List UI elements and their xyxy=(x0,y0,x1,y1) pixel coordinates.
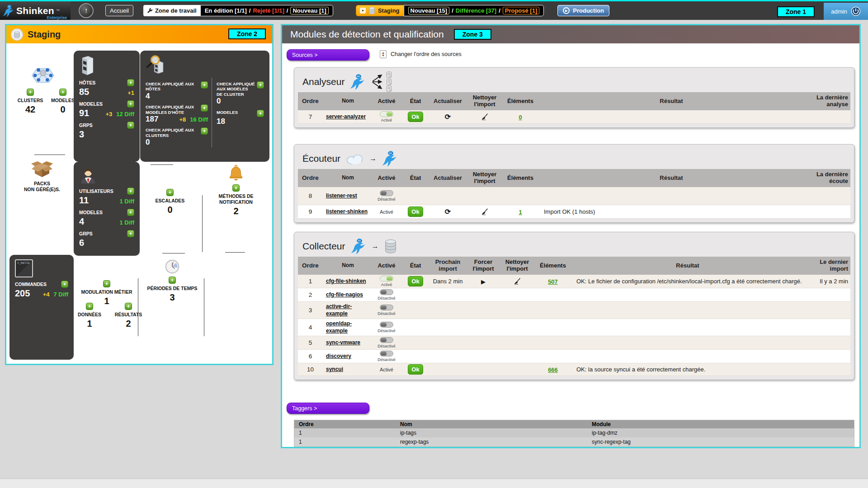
enabled-toggle[interactable] xyxy=(380,111,393,117)
escalades-value: 0 xyxy=(167,205,172,215)
add-escalade-button[interactable]: + xyxy=(166,189,174,196)
toggle-label: Désactivé xyxy=(377,197,396,202)
row-ordre: 3 xyxy=(298,307,323,314)
add-check-button[interactable]: + xyxy=(201,81,208,89)
add-check-button[interactable]: + xyxy=(257,81,264,89)
elements-link[interactable]: 507 xyxy=(548,278,558,285)
col-last: Le dernier import xyxy=(805,257,850,275)
add-cluster-button[interactable]: + xyxy=(27,89,34,96)
workzone-status[interactable]: En édition [1/1] / Rejeté [1/1] / Nouvea… xyxy=(200,5,333,16)
source-link[interactable]: cfg-file-shinken xyxy=(326,278,366,284)
add-resultats-button[interactable]: + xyxy=(125,303,132,310)
home-button[interactable]: Accueil xyxy=(105,5,133,16)
force-import-icon[interactable]: ▶ xyxy=(481,278,486,285)
toggle-label: Activé xyxy=(381,118,392,122)
staging-label: Staging xyxy=(378,7,400,14)
enabled-toggle[interactable] xyxy=(380,276,393,282)
col-etat: État xyxy=(402,169,429,187)
add-check-model-button[interactable]: + xyxy=(257,110,264,117)
add-host-group-button[interactable]: + xyxy=(127,122,134,129)
add-notification-method-button[interactable]: + xyxy=(232,184,240,192)
source-link[interactable]: server-analyzer xyxy=(326,113,366,120)
users-value: 11 xyxy=(79,195,89,206)
reorder-label: Changer l'ordre des sources xyxy=(391,51,462,57)
staging-panel-title: Staging xyxy=(28,29,61,40)
workzone-group: Zone de travail En édition [1/1] / Rejet… xyxy=(143,5,333,16)
add-host-model-button[interactable]: + xyxy=(127,100,134,108)
staging-status[interactable]: Nouveau [15] / Différence [37] / Proposé… xyxy=(404,5,544,16)
add-user-button[interactable]: + xyxy=(127,188,134,195)
source-link[interactable]: syncui xyxy=(326,366,343,372)
shinken-logo[interactable]: Shinken ™ Enterprise xyxy=(0,1,71,20)
ninja-icon xyxy=(350,73,365,90)
source-link[interactable]: active-dir-example xyxy=(326,303,352,317)
staging-dropdown[interactable]: ▼ Staging xyxy=(356,5,404,16)
source-link[interactable]: listener-shinken xyxy=(326,208,368,215)
status-badge: Ok xyxy=(408,276,423,286)
enabled-toggle[interactable] xyxy=(380,289,393,295)
sources-button[interactable]: Sources > xyxy=(287,49,369,61)
source-link[interactable]: sync-vmware xyxy=(326,339,360,346)
add-command-button[interactable]: + xyxy=(61,281,68,288)
refresh-icon[interactable]: ⟳ xyxy=(445,113,451,121)
donnees-label: DONNÉES xyxy=(78,312,101,318)
enabled-toggle[interactable] xyxy=(380,190,393,196)
workzone-button[interactable]: Zone de travail xyxy=(143,5,200,16)
server-icon xyxy=(79,55,95,76)
row-ordre: 6 xyxy=(298,353,323,360)
add-check-button[interactable]: + xyxy=(201,104,208,112)
commands-tile: >_hello COMMANDES + 205 +4 7 Diff xyxy=(9,255,74,360)
power-button[interactable] xyxy=(851,6,861,16)
clean-import-icon[interactable] xyxy=(481,113,489,121)
add-host-button[interactable]: + xyxy=(127,79,134,86)
add-user-model-button[interactable]: + xyxy=(127,209,134,216)
elements-link[interactable]: 1 xyxy=(519,209,522,216)
row-ordre: 1 xyxy=(298,278,323,285)
production-button[interactable]: ▶ Production xyxy=(557,5,609,16)
hosts-delta: +1 xyxy=(127,89,134,97)
row-nom: regexp-tags xyxy=(400,439,592,445)
packs-label: PACKS xyxy=(34,181,50,187)
taggers-button[interactable]: Taggers > xyxy=(287,403,369,414)
donnees-value: 1 xyxy=(87,319,92,329)
row-ordre: 4 xyxy=(298,324,323,331)
clean-import-icon[interactable] xyxy=(481,208,489,216)
bell-icon xyxy=(228,164,244,182)
separator: / xyxy=(499,7,500,14)
add-modulation-button[interactable]: + xyxy=(103,280,110,287)
host-models-label: MODELES xyxy=(79,101,103,107)
add-donnees-button[interactable]: + xyxy=(86,303,93,310)
source-link[interactable]: listener-rest xyxy=(326,192,357,199)
source-link[interactable]: discovery xyxy=(326,353,351,359)
row-ordre: 9 xyxy=(298,208,323,215)
row-ordre: 1 xyxy=(294,439,400,445)
source-link[interactable]: cfg-file-nagios xyxy=(326,291,363,298)
notif-value: 2 xyxy=(233,206,238,216)
add-user-group-button[interactable]: + xyxy=(127,230,134,237)
users-tile: UTILISATEURS + 11 1 Diff MODELES + 4 1 D… xyxy=(74,162,140,256)
table-row: 5 sync-vmware Désactivé xyxy=(298,336,850,350)
add-check-button[interactable]: + xyxy=(201,127,208,135)
elements-link[interactable]: 666 xyxy=(548,366,558,373)
add-cluster-model-button[interactable]: + xyxy=(59,89,66,96)
table-row: 3 active-dir-example Désactivé xyxy=(298,302,850,319)
up-arrow-button[interactable]: ↑ xyxy=(79,3,94,18)
enabled-toggle[interactable] xyxy=(380,351,393,357)
refresh-icon[interactable]: ⟳ xyxy=(445,208,451,216)
status-difference: Différence [37] xyxy=(456,7,496,14)
enabled-toggle[interactable] xyxy=(380,337,393,343)
clock-icon xyxy=(165,259,179,274)
status-proposed: Proposé [1] xyxy=(503,7,540,14)
taggers-table: Ordre Nom Module 1 ip-tags ip-tag-dmz 1 … xyxy=(294,420,854,447)
add-timeperiod-button[interactable]: + xyxy=(169,277,176,284)
enabled-toggle[interactable] xyxy=(380,305,393,310)
reorder-sources-control[interactable]: ▲▼ Changer l'ordre des sources xyxy=(380,50,462,58)
enabled-toggle[interactable] xyxy=(380,322,393,328)
logo-subtitle: Enterprise xyxy=(47,15,67,20)
col-forcer: Forcer l'import xyxy=(467,257,500,275)
source-link[interactable]: openldap-example xyxy=(326,320,352,334)
col-nom: Nom xyxy=(323,169,371,187)
clean-import-icon[interactable] xyxy=(514,277,521,285)
elements-link[interactable]: 0 xyxy=(519,114,522,121)
table-row: 1 cfg-file-shinken Activé Ok Dans 2 min … xyxy=(298,275,850,288)
